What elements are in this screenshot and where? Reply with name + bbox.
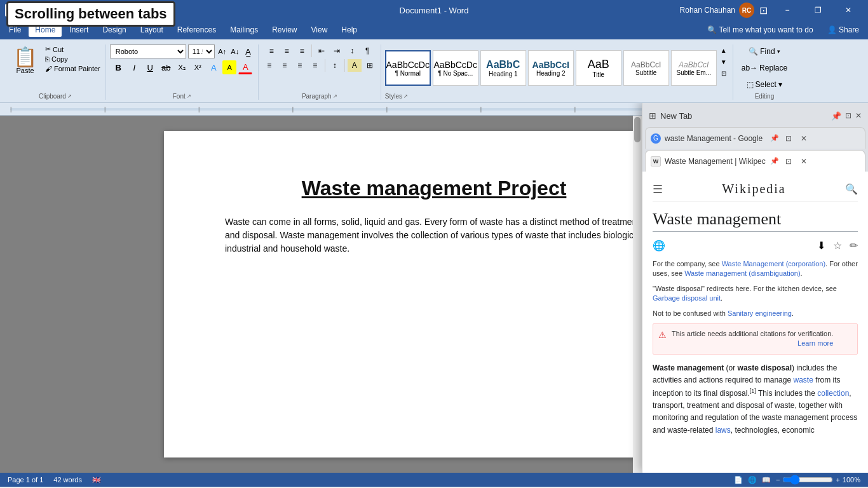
menu-references[interactable]: References	[171, 23, 222, 37]
align-left-button[interactable]: ≡	[262, 59, 276, 72]
increase-indent-button[interactable]: ⇥	[330, 44, 344, 57]
replace-button[interactable]: ab→ Replace	[737, 61, 792, 75]
view-print-layout-icon[interactable]: 📄	[734, 476, 743, 484]
select-button[interactable]: ⬚ Select ▾	[742, 78, 787, 92]
style-title[interactable]: AaB Title	[576, 50, 621, 86]
wiki-download-icon[interactable]: ⬇	[817, 240, 825, 252]
copy-button[interactable]: ⎘ Copy	[44, 55, 102, 64]
style-no-spacing[interactable]: AaBbCcDc ¶ No Spac...	[433, 50, 478, 86]
underline-button[interactable]: U	[143, 60, 157, 74]
style-heading2[interactable]: AaBbCcI Heading 2	[528, 50, 574, 86]
google-tab-close[interactable]: ✕	[798, 133, 810, 144]
zoom-out-icon[interactable]: −	[776, 476, 780, 484]
shading-button[interactable]: A	[348, 59, 362, 72]
wiki-bold-2: waste disposal	[738, 363, 792, 372]
italic-button[interactable]: I	[127, 60, 141, 74]
google-tab-pin-icon[interactable]: 📌	[770, 134, 779, 142]
menu-review[interactable]: Review	[266, 23, 303, 37]
wiki-link-laws[interactable]: laws	[715, 426, 731, 435]
sort-button[interactable]: ↕	[345, 44, 359, 57]
format-painter-button[interactable]: 🖌 Format Painter	[44, 64, 102, 73]
font-color-button[interactable]: A	[238, 60, 252, 74]
wiki-link-sanitary[interactable]: Sanitary engineering	[728, 309, 792, 317]
superscript-button[interactable]: X²	[191, 60, 205, 74]
new-tab-label[interactable]: New Tab	[660, 111, 827, 121]
view-web-layout-icon[interactable]: 🌐	[748, 476, 757, 484]
font-size-select[interactable]: 11.5	[188, 44, 215, 58]
close-button[interactable]: ✕	[834, 0, 863, 20]
scrollbar-thumb[interactable]	[634, 117, 641, 142]
view-read-mode-icon[interactable]: 📖	[762, 476, 771, 484]
wiki-link-disambiguation[interactable]: Waste management (disambiguation)	[684, 269, 800, 277]
search-box[interactable]: 🔍 Tell me what you want to do	[701, 23, 819, 37]
wiki-learn-more-link[interactable]: Learn more	[672, 339, 833, 348]
wiki-edit-icon[interactable]: ✏	[850, 240, 858, 252]
increase-font-size-button[interactable]: A↑	[217, 46, 228, 57]
text-highlight-button[interactable]: A	[222, 60, 236, 74]
ribbon-display-icon[interactable]: ⊡	[759, 4, 768, 17]
numbering-button[interactable]: ≡	[280, 44, 294, 57]
menu-mailings[interactable]: Mailings	[224, 23, 264, 37]
styles-scroll-down[interactable]: ▼	[719, 56, 729, 67]
share-button[interactable]: 👤 Share	[821, 23, 865, 37]
style-subtitle[interactable]: AaBbCcI Subtitle	[623, 50, 669, 86]
multilevel-button[interactable]: ≡	[295, 44, 309, 57]
font-clear-button[interactable]: A̲	[243, 46, 254, 57]
paragraph-expand-icon[interactable]: ↗	[333, 93, 337, 99]
zoom-control[interactable]: − + 100%	[776, 475, 860, 485]
vertical-scrollbar[interactable]	[633, 116, 642, 473]
menu-help[interactable]: Help	[335, 23, 363, 37]
styles-scroll-up[interactable]: ▲	[719, 44, 729, 56]
new-tab-expand-icon[interactable]: ⊡	[845, 111, 851, 120]
styles-expand[interactable]: ⊡	[719, 67, 729, 79]
wiki-link-collection[interactable]: collection	[817, 389, 849, 398]
style-subtle-em[interactable]: AaBbCcI Subtle Em...	[671, 50, 717, 86]
wiki-translate-icon[interactable]: 🌐	[653, 240, 665, 252]
subscript-button[interactable]: X₂	[175, 60, 189, 74]
decrease-font-size-button[interactable]: A↓	[229, 46, 241, 57]
justify-button[interactable]: ≡	[308, 59, 322, 72]
find-button[interactable]: 🔍 Find ▾	[744, 44, 784, 58]
google-tab-expand[interactable]: ⊡	[783, 133, 794, 144]
menu-view[interactable]: View	[305, 23, 334, 37]
font-family-select[interactable]: Roboto	[110, 44, 186, 58]
wiki-tab-expand[interactable]: ⊡	[783, 156, 794, 167]
text-effects-button[interactable]: A	[207, 60, 220, 74]
cut-button[interactable]: ✂ Cut	[44, 44, 102, 54]
document-body[interactable]: Waste can come in all forms, solid, liqu…	[225, 215, 643, 255]
borders-button[interactable]: ⊞	[363, 59, 377, 72]
zoom-slider[interactable]	[782, 475, 833, 485]
align-right-button[interactable]: ≡	[293, 59, 307, 72]
font-expand-icon[interactable]: ↗	[187, 93, 191, 99]
bullets-button[interactable]: ≡	[264, 44, 278, 57]
wiki-tab-pin-icon[interactable]: 📌	[770, 157, 779, 165]
minimize-button[interactable]: −	[773, 0, 802, 20]
align-center-button[interactable]: ≡	[278, 59, 292, 72]
browser-tab-google[interactable]: G waste Management - Google 📌 ⊡ ✕	[645, 127, 865, 149]
bold-button[interactable]: B	[111, 60, 125, 74]
wiki-link-waste[interactable]: waste	[793, 376, 813, 384]
wiki-tab-close[interactable]: ✕	[798, 156, 810, 167]
style-normal[interactable]: AaBbCcDc ¶ Normal	[385, 50, 431, 86]
wiki-link-corporation[interactable]: Waste Management (corporation)	[722, 260, 825, 268]
wiki-menu-icon[interactable]: ☰	[653, 182, 663, 196]
pin-icon[interactable]: 📌	[831, 111, 841, 121]
browser-content[interactable]: ☰ Wikipedia 🔍 Waste management 🌐 ⬇ ☆ ✏	[642, 172, 868, 473]
wiki-search-icon[interactable]: 🔍	[845, 183, 858, 195]
new-tab-close-icon[interactable]: ✕	[855, 111, 862, 120]
restore-button[interactable]: ❐	[803, 0, 832, 20]
styles-expand-icon[interactable]: ↗	[403, 93, 408, 99]
wiki-link-garbage[interactable]: Garbage disposal unit	[653, 294, 721, 302]
clipboard-expand-icon[interactable]: ↗	[67, 93, 72, 99]
title-bar: W 💾 ↩ ↪ ▾ Scrolling between tabs Documen…	[0, 0, 868, 20]
strikethrough-button[interactable]: ab	[159, 60, 173, 74]
wiki-star-icon[interactable]: ☆	[833, 240, 842, 252]
style-heading1[interactable]: AaBbC Heading 1	[480, 50, 526, 86]
paste-button[interactable]: 📋 Paste	[9, 44, 41, 92]
decrease-indent-button[interactable]: ⇤	[315, 44, 329, 57]
browser-tab-wikipedia[interactable]: W Waste Management | Wikipec 📌 ⊡ ✕	[645, 150, 865, 172]
font-content: Roboto 11.5 A↑ A↓ A̲ B I U ab X	[110, 44, 254, 92]
line-spacing-button[interactable]: ↕	[328, 59, 342, 72]
show-marks-button[interactable]: ¶	[360, 44, 374, 57]
zoom-in-icon[interactable]: +	[836, 476, 839, 484]
